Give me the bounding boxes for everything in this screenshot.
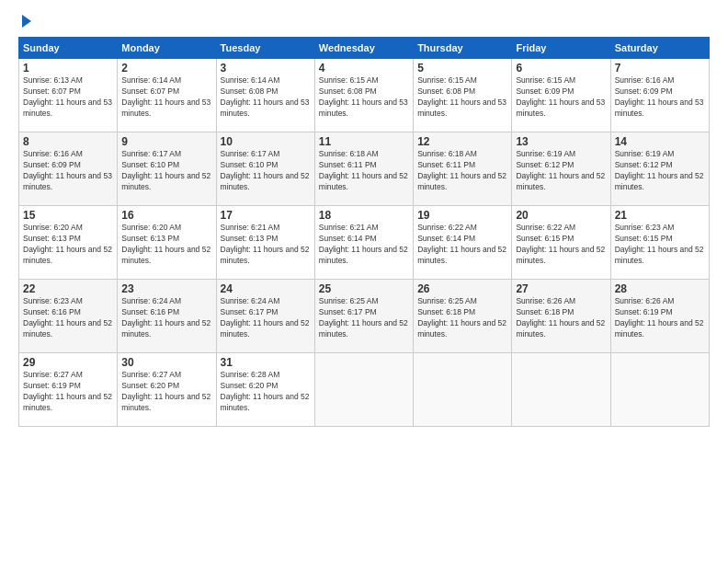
calendar-week-row: 8 Sunrise: 6:16 AM Sunset: 6:09 PM Dayli… [19,132,710,206]
day-number: 13 [516,135,606,148]
day-number: 21 [615,209,705,222]
day-number: 5 [417,62,507,75]
day-number: 18 [319,209,409,222]
day-number: 3 [221,62,311,75]
calendar-cell: 26 Sunrise: 6:25 AM Sunset: 6:18 PM Dayl… [414,280,512,353]
calendar-cell: 29 Sunrise: 6:27 AM Sunset: 6:19 PM Dayl… [19,353,118,427]
day-info: Sunrise: 6:17 AM Sunset: 6:10 PM Dayligh… [221,149,311,193]
calendar-cell: 8 Sunrise: 6:16 AM Sunset: 6:09 PM Dayli… [19,132,118,206]
day-info: Sunrise: 6:18 AM Sunset: 6:11 PM Dayligh… [417,149,507,193]
calendar-cell: 25 Sunrise: 6:25 AM Sunset: 6:17 PM Dayl… [314,280,413,353]
day-number: 17 [221,209,311,222]
day-number: 20 [516,209,606,222]
day-number: 9 [121,135,211,148]
calendar-cell [512,353,610,427]
day-number: 16 [121,209,211,222]
calendar-cell: 31 Sunrise: 6:28 AM Sunset: 6:20 PM Dayl… [216,353,314,427]
day-number: 26 [417,282,507,295]
calendar-cell: 13 Sunrise: 6:19 AM Sunset: 6:12 PM Dayl… [512,132,610,206]
calendar-cell: 27 Sunrise: 6:26 AM Sunset: 6:18 PM Dayl… [512,280,610,353]
day-info: Sunrise: 6:17 AM Sunset: 6:10 PM Dayligh… [121,149,211,193]
calendar-cell: 20 Sunrise: 6:22 AM Sunset: 6:15 PM Dayl… [512,206,610,280]
day-info: Sunrise: 6:20 AM Sunset: 6:13 PM Dayligh… [121,223,211,267]
day-number: 12 [417,135,507,148]
calendar-cell: 22 Sunrise: 6:23 AM Sunset: 6:16 PM Dayl… [19,280,118,353]
day-of-week-header: Tuesday [216,38,314,59]
day-info: Sunrise: 6:27 AM Sunset: 6:19 PM Dayligh… [23,370,113,414]
calendar-cell: 11 Sunrise: 6:18 AM Sunset: 6:11 PM Dayl… [314,132,413,206]
day-info: Sunrise: 6:20 AM Sunset: 6:13 PM Dayligh… [23,223,113,267]
day-of-week-header: Thursday [414,38,512,59]
day-info: Sunrise: 6:25 AM Sunset: 6:17 PM Dayligh… [319,296,409,340]
calendar-cell: 15 Sunrise: 6:20 AM Sunset: 6:13 PM Dayl… [19,206,118,280]
calendar-cell: 5 Sunrise: 6:15 AM Sunset: 6:08 PM Dayli… [414,59,512,132]
day-of-week-header: Sunday [19,38,118,59]
day-info: Sunrise: 6:19 AM Sunset: 6:12 PM Dayligh… [516,149,606,193]
day-of-week-header: Friday [512,38,610,59]
day-number: 30 [121,356,211,369]
day-info: Sunrise: 6:19 AM Sunset: 6:12 PM Dayligh… [615,149,705,193]
day-info: Sunrise: 6:15 AM Sunset: 6:08 PM Dayligh… [319,75,409,120]
logo [18,17,31,28]
day-of-week-header: Saturday [610,38,709,59]
day-info: Sunrise: 6:26 AM Sunset: 6:19 PM Dayligh… [615,296,705,340]
calendar-cell: 6 Sunrise: 6:15 AM Sunset: 6:09 PM Dayli… [512,59,610,132]
day-info: Sunrise: 6:18 AM Sunset: 6:11 PM Dayligh… [319,149,409,193]
day-info: Sunrise: 6:15 AM Sunset: 6:08 PM Dayligh… [417,75,507,120]
day-info: Sunrise: 6:14 AM Sunset: 6:08 PM Dayligh… [221,75,311,120]
day-info: Sunrise: 6:23 AM Sunset: 6:16 PM Dayligh… [23,296,113,340]
day-number: 2 [121,62,211,75]
day-info: Sunrise: 6:15 AM Sunset: 6:09 PM Dayligh… [516,75,606,120]
calendar-cell: 9 Sunrise: 6:17 AM Sunset: 6:10 PM Dayli… [118,132,216,206]
calendar-cell: 10 Sunrise: 6:17 AM Sunset: 6:10 PM Dayl… [216,132,314,206]
calendar-cell: 23 Sunrise: 6:24 AM Sunset: 6:16 PM Dayl… [118,280,216,353]
day-number: 27 [516,282,606,295]
day-number: 22 [23,282,113,295]
calendar-cell [314,353,413,427]
day-info: Sunrise: 6:25 AM Sunset: 6:18 PM Dayligh… [417,296,507,340]
calendar-cell: 19 Sunrise: 6:22 AM Sunset: 6:14 PM Dayl… [414,206,512,280]
calendar-week-row: 22 Sunrise: 6:23 AM Sunset: 6:16 PM Dayl… [19,280,710,353]
day-number: 1 [23,62,113,75]
day-info: Sunrise: 6:16 AM Sunset: 6:09 PM Dayligh… [23,149,113,193]
day-number: 14 [615,135,705,148]
day-info: Sunrise: 6:22 AM Sunset: 6:15 PM Dayligh… [516,223,606,267]
day-info: Sunrise: 6:16 AM Sunset: 6:09 PM Dayligh… [615,75,705,120]
day-number: 25 [319,282,409,295]
header [18,17,710,28]
calendar-cell: 3 Sunrise: 6:14 AM Sunset: 6:08 PM Dayli… [216,59,314,132]
calendar-cell: 24 Sunrise: 6:24 AM Sunset: 6:17 PM Dayl… [216,280,314,353]
day-number: 6 [516,62,606,75]
calendar-cell: 14 Sunrise: 6:19 AM Sunset: 6:12 PM Dayl… [610,132,709,206]
day-number: 23 [121,282,211,295]
day-number: 10 [221,135,311,148]
calendar-cell [610,353,709,427]
calendar-body: 1 Sunrise: 6:13 AM Sunset: 6:07 PM Dayli… [19,59,710,427]
day-number: 15 [23,209,113,222]
day-info: Sunrise: 6:24 AM Sunset: 6:17 PM Dayligh… [221,296,311,340]
calendar-cell: 21 Sunrise: 6:23 AM Sunset: 6:15 PM Dayl… [610,206,709,280]
day-info: Sunrise: 6:23 AM Sunset: 6:15 PM Dayligh… [615,223,705,267]
calendar-cell: 12 Sunrise: 6:18 AM Sunset: 6:11 PM Dayl… [414,132,512,206]
day-info: Sunrise: 6:28 AM Sunset: 6:20 PM Dayligh… [221,370,311,414]
calendar-table: SundayMondayTuesdayWednesdayThursdayFrid… [18,37,710,427]
day-info: Sunrise: 6:14 AM Sunset: 6:07 PM Dayligh… [121,75,211,120]
calendar-week-row: 29 Sunrise: 6:27 AM Sunset: 6:19 PM Dayl… [19,353,710,427]
day-info: Sunrise: 6:24 AM Sunset: 6:16 PM Dayligh… [121,296,211,340]
day-of-week-header: Monday [118,38,216,59]
calendar-cell: 1 Sunrise: 6:13 AM Sunset: 6:07 PM Dayli… [19,59,118,132]
calendar-cell: 30 Sunrise: 6:27 AM Sunset: 6:20 PM Dayl… [118,353,216,427]
day-number: 8 [23,135,113,148]
day-number: 28 [615,282,705,295]
day-info: Sunrise: 6:21 AM Sunset: 6:14 PM Dayligh… [319,223,409,267]
calendar-cell: 7 Sunrise: 6:16 AM Sunset: 6:09 PM Dayli… [610,59,709,132]
day-number: 19 [417,209,507,222]
day-of-week-header: Wednesday [314,38,413,59]
calendar-cell: 18 Sunrise: 6:21 AM Sunset: 6:14 PM Dayl… [314,206,413,280]
logo-arrow-icon [22,15,31,28]
day-number: 7 [615,62,705,75]
day-number: 29 [23,356,113,369]
calendar-cell: 28 Sunrise: 6:26 AM Sunset: 6:19 PM Dayl… [610,280,709,353]
calendar-week-row: 1 Sunrise: 6:13 AM Sunset: 6:07 PM Dayli… [19,59,710,132]
day-number: 4 [319,62,409,75]
